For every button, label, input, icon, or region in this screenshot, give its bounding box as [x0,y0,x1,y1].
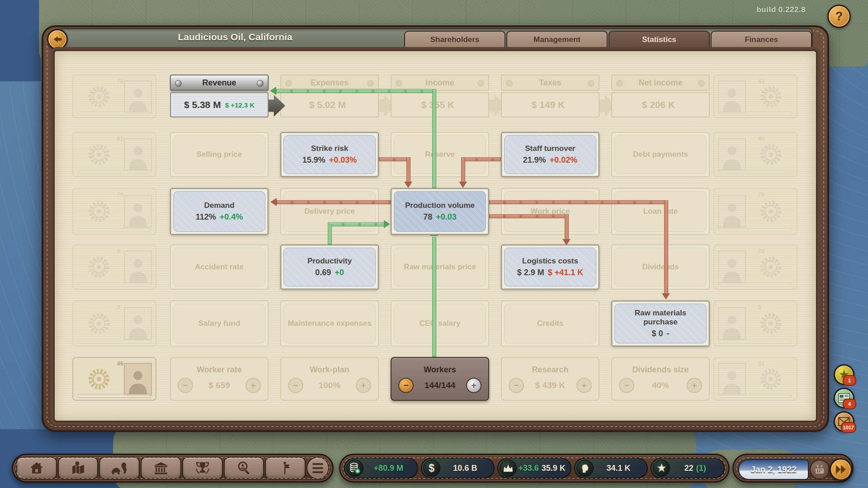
node-logistics-costs[interactable]: Logistics costs$ 2.9 M$ +41.1 K [501,244,599,290]
node-strike-risk[interactable]: Strike risk15.9%+0.03% [280,132,379,177]
increase-button[interactable]: + [466,378,481,393]
goals-button[interactable]: ★ 1 [834,364,854,385]
achievements-button[interactable] [182,457,223,479]
node-debt-payments[interactable]: Debt payments [611,132,710,177]
node-ceo-salary[interactable]: CEO salary [391,300,489,347]
arrowhead-staff-turnover [459,182,467,188]
pipe-strike-risk-vertical [406,157,410,183]
trophy-icon [195,461,210,475]
tab-statistics[interactable]: Statistics [609,31,710,48]
node-work-price[interactable]: Work price [501,188,599,235]
node-revenue[interactable]: Revenue$ 5.38 M$ +12.3 K [170,75,269,118]
manager-card-right-4[interactable]: 73 [713,244,797,290]
tab-shareholders[interactable]: Shareholders [404,31,505,48]
tab-finances[interactable]: Finances [711,31,812,48]
gear-icon [87,311,111,336]
node-maintenance-expenses[interactable]: Maintenance expenses [280,300,379,347]
increase-button[interactable]: + [245,378,261,393]
increase-button[interactable]: + [687,378,702,393]
status-influence[interactable]: +33.635.9 K [497,458,571,479]
node-workers[interactable]: Workers−144/144+ [391,357,489,401]
status-cash[interactable]: $10.6 B [421,458,495,479]
gear-icon [759,199,783,224]
node-reserve[interactable]: Reserve [391,132,489,177]
increase-button[interactable]: + [356,378,371,393]
decrease-button[interactable]: − [398,378,414,393]
node-dividends[interactable]: Dividends [611,244,710,290]
node-demand[interactable]: Demand112%+0.4% [170,188,269,235]
status-rating[interactable]: ★22(1) [651,458,725,479]
fast-forward-icon [835,464,847,475]
manager-card-right-2[interactable]: 45 [713,132,797,177]
node-taxes[interactable]: Taxes$ 149 K [501,75,599,118]
manager-card-left-6[interactable]: 46 [72,357,156,401]
increase-button[interactable]: + [576,378,592,393]
node-value-panel: $ 149 K [501,92,599,117]
minus-icon: − [403,380,408,390]
decrease-button[interactable]: − [178,378,193,393]
decrease-button[interactable]: − [509,378,524,393]
node-productivity[interactable]: Productivity0.69+0 [280,244,379,290]
calendar-button[interactable] [810,460,830,479]
node-credits[interactable]: Credits [501,300,599,347]
manager-level: 43 [758,78,764,84]
node-selling-price[interactable]: Selling price [170,132,269,177]
node-loan-rate[interactable]: Loan rate [611,188,710,235]
status-value: 22 [684,464,693,473]
home-button[interactable] [16,457,57,479]
node-raw-materials-purchase[interactable]: Raw materials purchase$ 0- [611,300,710,347]
map-button[interactable] [58,457,99,479]
tab-management[interactable]: Management [506,31,608,48]
node-research[interactable]: Research−$ 439 K+ [501,357,599,401]
manager-level: 45 [758,135,764,142]
mail-button[interactable]: 1017 [834,411,854,432]
decrease-button[interactable]: − [619,378,634,393]
manager-card-right-5[interactable]: 3 [713,300,797,347]
minus-icon: − [183,380,188,390]
node-title-plate: Net income [611,75,710,91]
person-silhouette-icon [722,369,742,394]
node-accident-rate[interactable]: Accident rate [170,244,269,290]
help-button[interactable]: ? [827,5,851,28]
node-work-plan[interactable]: Work-plan−100%+ [280,357,379,401]
manager-card-right-1[interactable]: 43 [713,75,797,118]
manager-card-left-5[interactable]: 3 [72,300,156,347]
news-button[interactable]: 4 [834,388,854,408]
node-staff-turnover[interactable]: Staff turnover21.9%+0.02% [501,132,599,177]
manager-card-left-3[interactable]: 70 [72,188,156,235]
minus-icon: − [293,380,298,390]
manager-card-left-1[interactable]: 70 [72,75,156,118]
back-button[interactable] [47,29,68,50]
capitol-icon [153,461,169,475]
node-dividends-size[interactable]: Dividends size−40%+ [611,357,710,401]
person-silhouette-icon [722,257,742,282]
manager-level: 61 [117,135,123,142]
node-production-volume[interactable]: Production volume78+0.03 [391,188,489,235]
manager-card-right-3[interactable]: 70 [713,188,797,235]
pipe-production-to-raw-purchase [489,200,668,204]
decrease-button[interactable]: − [288,378,303,393]
manager-card-left-2[interactable]: 61 [72,132,156,177]
node-expenses[interactable]: Expenses$ 5.02 M [280,75,379,118]
node-panel: Credits [504,304,596,343]
government-button[interactable] [141,457,181,479]
flag-button[interactable] [265,457,306,479]
node-worker-rate[interactable]: Worker rate−$ 659+ [170,357,269,401]
node-income[interactable]: Income$ 355 K [391,75,489,118]
node-net-income[interactable]: Net income$ 206 K [611,75,710,118]
play-speed-button[interactable] [830,458,852,481]
question-mark-icon: ? [835,9,843,23]
progress-bar [719,283,792,286]
search-person-button[interactable] [224,457,264,479]
node-raw-materials-price[interactable]: Raw materials price [391,244,489,290]
plus-icon: + [581,380,586,390]
status-cash-flow[interactable]: +80.9 M [344,458,418,479]
stock-market-button[interactable] [99,457,140,479]
menu-button[interactable] [307,457,329,479]
status-population[interactable]: 34.1 K [574,458,648,479]
plus-icon: + [361,380,366,390]
manager-level: 46 [117,360,123,367]
manager-card-left-4[interactable]: 9 [72,244,156,290]
manager-card-right-6[interactable]: 51 [713,357,797,401]
node-salary-fund[interactable]: Salary fund [170,300,269,347]
